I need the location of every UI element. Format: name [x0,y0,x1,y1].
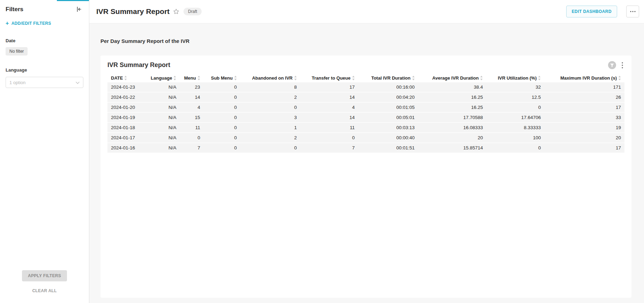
sort-icon[interactable] [480,76,483,80]
sidebar-header: Filters [0,0,89,13]
table-cell: 20 [544,133,624,143]
table-cell: 0 [204,92,240,102]
table-cell: N/A [145,112,180,123]
sort-icon[interactable] [618,76,621,80]
dashboard-title: IVR Summary Report [96,7,170,16]
chart-more-menu-icon[interactable] [620,61,624,69]
column-header-label: Language [151,75,172,81]
table-cell: 38.4 [418,82,487,92]
markdown-description: Per Day Summary Report of the IVR [100,38,631,44]
table-cell: 14 [180,92,203,102]
column-header-label: DATE [111,75,123,81]
column-header[interactable]: DATE [107,74,145,82]
plus-icon: + [6,21,9,26]
table-cell: 32 [486,82,544,92]
table-cell: N/A [145,133,180,143]
edit-dashboard-button[interactable]: EDIT DASHBOARD [566,6,617,17]
table-cell: 17.64706 [486,112,544,123]
table-cell: 8.33333 [486,123,544,133]
table-row: 2024-01-22N/A14021400:04:2016.2512.526 [107,92,624,102]
table-cell: 7 [180,143,203,153]
table-cell: 16.08333 [418,123,487,133]
table-cell: 14 [300,92,358,102]
column-header[interactable]: IVR Utilization (%) [486,74,544,82]
table-cell: 0 [300,133,358,143]
table-cell: 2024-01-22 [107,92,145,102]
sort-icon[interactable] [234,76,237,80]
column-header[interactable]: Average IVR Duration [418,74,487,82]
column-header[interactable]: Menu [180,74,203,82]
language-filter-value: 1 option [9,80,25,85]
table-cell: 00:00:40 [358,133,418,143]
column-header[interactable]: Language [145,74,180,82]
table-cell: 00:03:13 [358,123,418,133]
column-header[interactable]: Total IVR Duration [358,74,418,82]
table-row: 2024-01-16N/A700700:01:5115.85714017 [107,143,624,153]
dashboard-body: Per Day Summary Report of the IVR IVR Su… [89,23,644,303]
table-cell: 12.5 [486,92,544,102]
language-filter-select[interactable]: 1 option [6,77,83,88]
table-cell: 7 [300,143,358,153]
column-header-label: Maximum IVR Duration (s) [560,75,617,81]
table-cell: 0 [240,102,300,112]
table-cell: 100 [486,133,544,143]
table-cell: 1 [240,123,300,133]
column-header-label: Abandoned on IVR [252,75,292,81]
column-header-label: Sub Menu [211,75,233,81]
table-cell: 0 [204,112,240,123]
table-cell: 2024-01-20 [107,102,145,112]
table-row: 2024-01-20N/A400400:01:0516.25017 [107,102,624,112]
favorite-star-icon[interactable] [173,8,179,15]
table-cell: 0 [204,123,240,133]
table-cell: 33 [544,112,624,123]
main-area: IVR Summary Report Draft EDIT DASHBOARD … [89,0,644,303]
table-cell: 11 [300,123,358,133]
chart-filter-icon[interactable] [608,61,616,69]
language-filter-label: Language [6,67,83,73]
chart-card-header: IVR Summary Report [107,61,624,69]
table-cell: 15.85714 [418,143,487,153]
table-cell: 17 [544,143,624,153]
table-cell: 2024-01-19 [107,112,145,123]
filter-section-language: Language 1 option [0,56,89,88]
table-cell: N/A [145,92,180,102]
table-cell: 26 [544,92,624,102]
clear-all-button[interactable]: CLEAR ALL [32,288,57,293]
column-header[interactable]: Maximum IVR Duration (s) [544,74,624,82]
table-cell: 0 [204,133,240,143]
table-cell: 0 [240,143,300,153]
table-cell: N/A [145,82,180,92]
table-cell: 16.25 [418,92,487,102]
table-cell: 2024-01-16 [107,143,145,153]
column-header[interactable]: Sub Menu [204,74,240,82]
filters-sidebar: Filters + ADD/EDIT FILTERS Date No filte… [0,0,89,303]
sort-icon[interactable] [294,76,297,80]
table-cell: 0 [204,102,240,112]
sort-icon[interactable] [197,76,200,80]
apply-filters-button[interactable]: APPLY FILTERS [22,270,67,281]
table-body: 2024-01-23N/A23081700:16:0038.4321712024… [107,82,624,153]
table-cell: N/A [145,102,180,112]
add-edit-filters-button[interactable]: + ADD/EDIT FILTERS [0,21,89,26]
table-cell: 4 [300,102,358,112]
table-cell: 17.70588 [418,112,487,123]
table-cell: 15 [180,112,203,123]
collapse-sidebar-icon[interactable] [75,6,83,13]
table-cell: 00:05:01 [358,112,418,123]
table-row: 2024-01-23N/A23081700:16:0038.432171 [107,82,624,92]
column-header[interactable]: Abandoned on IVR [240,74,300,82]
table-cell: 00:04:20 [358,92,418,102]
dashboard-more-menu-button[interactable] [626,6,639,17]
table-cell: 17 [300,82,358,92]
table-cell: 23 [180,82,203,92]
filter-section-date: Date No filter [0,26,89,56]
sort-icon[interactable] [173,76,176,80]
sort-icon[interactable] [538,76,541,80]
date-filter-label: Date [6,38,83,43]
chevron-down-icon [76,79,80,86]
column-header[interactable]: Transfer to Queue [300,74,358,82]
sort-icon[interactable] [352,76,355,80]
date-filter-value-chip[interactable]: No filter [6,47,28,56]
sort-icon[interactable] [412,76,415,80]
sort-icon[interactable] [124,76,127,80]
